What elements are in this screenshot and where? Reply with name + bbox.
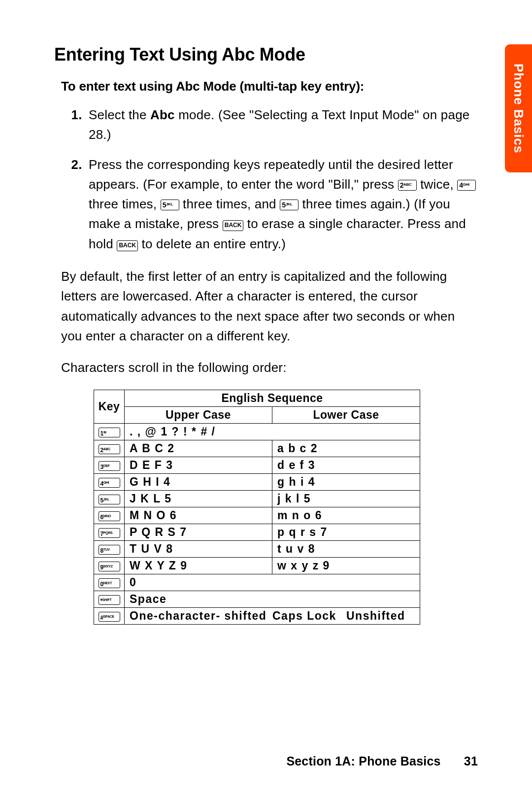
character-sequence-table: Key English Sequence Upper Case Lower Ca…	[94, 390, 420, 625]
steps-list: Select the Abc mode. (See "Selecting a T…	[61, 105, 478, 254]
sequence-cell-full: Space	[125, 591, 420, 607]
lower-case-cell: a b c 2	[272, 440, 420, 457]
key-cell: 6MNO	[94, 507, 125, 524]
key-cell: 1✉	[94, 423, 125, 440]
keypad-key-icon: 8TUV	[99, 545, 120, 555]
keypad-key-icon: 7PQRS	[99, 528, 120, 538]
table-row: 4GHIG H I 4g h i 4	[94, 473, 420, 490]
keypad-key-icon: 4GHI	[99, 478, 120, 488]
key-back-icon: BACK	[223, 220, 244, 231]
th-lower-case: Lower Case	[272, 406, 420, 423]
keypad-key-icon: 1✉	[99, 428, 120, 437]
key-cell: 5JKL	[94, 490, 125, 507]
step-2: Press the corresponding keys repeatedly …	[86, 155, 478, 254]
lower-case-cell: t u v 8	[272, 540, 420, 557]
lower-case-cell: m n o 6	[272, 507, 420, 524]
step2-text-b: twice,	[420, 177, 457, 192]
footer-page-number: 31	[464, 754, 478, 768]
upper-case-cell: W X Y Z 9	[125, 557, 272, 574]
key-cell: #SPACE	[94, 607, 125, 624]
key-cell: 0NEXT	[94, 574, 125, 591]
table-row: 6MNOM N O 6m n o 6	[94, 507, 420, 524]
key-5jkl-icon: 5JKL	[161, 200, 179, 210]
keypad-key-icon: 5JKL	[99, 495, 120, 504]
paragraph-scroll-order: Characters scroll in the following order…	[61, 358, 478, 377]
key-5jkl-icon-2: 5JKL	[280, 200, 299, 210]
subheading: To enter text using Abc Mode (multi-tap …	[61, 79, 478, 94]
th-english-sequence: English Sequence	[125, 390, 420, 406]
lower-case-cell: d e f 3	[272, 457, 420, 473]
keypad-key-icon: *SHIFT	[99, 595, 120, 605]
lower-case-cell: w x y z 9	[272, 557, 420, 574]
key-cell: 9WXYZ	[94, 557, 125, 574]
table-row: 3DEFD E F 3d e f 3	[94, 457, 420, 473]
paragraph-default-behavior: By default, the first letter of an entry…	[61, 266, 478, 346]
upper-case-cell: M N O 6	[125, 507, 272, 524]
key-4ghi-icon: 4GHI	[457, 180, 476, 191]
key-2abc-icon: 2ABC	[398, 180, 417, 191]
table-row: 8TUVT U V 8t u v 8	[94, 540, 420, 557]
step-1: Select the Abc mode. (See "Selecting a T…	[86, 105, 478, 145]
sequence-cell-full: . , @ 1 ? ! * # /	[125, 423, 420, 440]
table-row: 9WXYZW X Y Z 9w x y z 9	[94, 557, 420, 574]
upper-case-cell: D E F 3	[125, 457, 272, 473]
keypad-key-icon: 6MNO	[99, 511, 120, 521]
step1-text-a: Select the	[89, 107, 150, 122]
keypad-key-icon: 2ABC	[99, 444, 120, 454]
keypad-key-icon: 9WXYZ	[99, 562, 120, 571]
step2-text-g: to delete an entire entry.)	[142, 236, 286, 251]
key-cell: 3DEF	[94, 457, 125, 473]
th-key: Key	[94, 390, 125, 423]
page-title: Entering Text Using Abc Mode	[54, 44, 478, 65]
table-row: #SPACEOne-character- shiftedCaps LockUns…	[94, 607, 420, 624]
page-content: Entering Text Using Abc Mode To enter te…	[0, 0, 532, 654]
table-row: 5JKLJ K L 5j k l 5	[94, 490, 420, 507]
lower-case-cell: p q r s 7	[272, 524, 420, 540]
table-row: 0NEXT0	[94, 574, 420, 591]
step2-text-d: three times, and	[183, 197, 280, 211]
keypad-key-icon: 3DEF	[99, 461, 120, 471]
step2-text-c: three times,	[89, 197, 161, 211]
upper-case-cell: T U V 8	[125, 540, 272, 557]
page-footer: Section 1A: Phone Basics 31	[286, 754, 478, 768]
upper-case-cell: A B C 2	[125, 440, 272, 457]
footer-section: Section 1A: Phone Basics	[286, 754, 440, 768]
table-row: 7PQRSP Q R S 7p q r s 7	[94, 524, 420, 540]
table-row: 1✉. , @ 1 ? ! * # /	[94, 423, 420, 440]
sequence-cell-full: 0	[125, 574, 420, 591]
upper-case-cell: P Q R S 7	[125, 524, 272, 540]
keypad-key-icon: 0NEXT	[99, 578, 120, 588]
lower-case-cell: j k l 5	[272, 490, 420, 507]
key-cell: 7PQRS	[94, 524, 125, 540]
lower-case-cell: g h i 4	[272, 473, 420, 490]
step1-bold: Abc	[150, 107, 175, 122]
table-row: *SHIFTSpace	[94, 591, 420, 607]
sequence-cell: One-character- shiftedCaps LockUnshifted	[125, 607, 420, 624]
upper-case-cell: J K L 5	[125, 490, 272, 507]
upper-case-cell: G H I 4	[125, 473, 272, 490]
key-cell: 8TUV	[94, 540, 125, 557]
key-cell: *SHIFT	[94, 591, 125, 607]
key-cell: 2ABC	[94, 440, 125, 457]
table-row: 2ABCA B C 2a b c 2	[94, 440, 420, 457]
key-cell: 4GHI	[94, 473, 125, 490]
th-upper-case: Upper Case	[125, 406, 272, 423]
key-back-icon-2: BACK	[117, 240, 138, 251]
keypad-key-icon: #SPACE	[99, 612, 120, 622]
